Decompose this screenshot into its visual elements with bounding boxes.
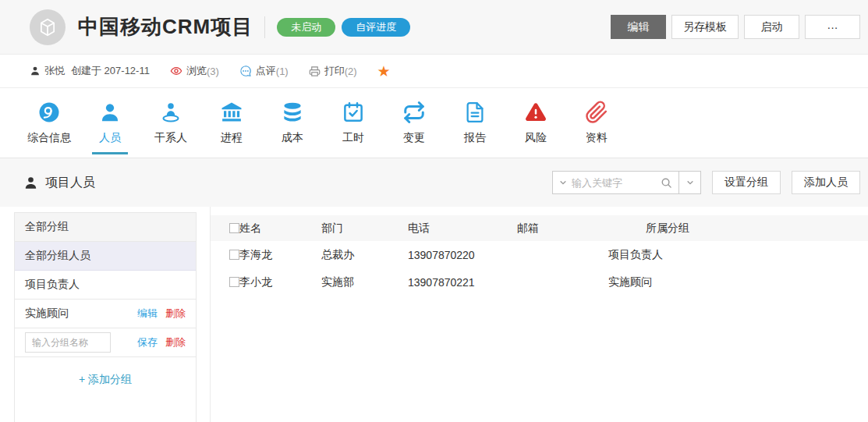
tab-timesheet[interactable]: 工时 (323, 88, 384, 158)
sidebar-item-consultant[interactable]: 实施顾问 编辑 删除 (15, 300, 196, 328)
edit-group-link[interactable]: 编辑 (137, 307, 158, 321)
printer-icon (309, 66, 321, 77)
cell-phone: 13907870221 (408, 276, 517, 289)
main-content: 全部分组 全部分组人员 项目负责人 实施顾问 编辑 删除 保存 删除 + 添加分… (0, 207, 868, 422)
cell-name: 李小龙 (239, 275, 321, 289)
search-dropdown-button[interactable] (679, 171, 701, 194)
cost-icon (281, 101, 304, 124)
tab-overview[interactable]: 综合信息 (19, 88, 80, 158)
search-box[interactable] (552, 171, 679, 194)
process-icon (220, 101, 243, 124)
edit-button[interactable]: 编辑 (611, 15, 666, 39)
print-label: 打印 (324, 64, 345, 78)
section-toolbar: 项目人员 设置分组 添加人员 (0, 158, 868, 207)
toolbar-actions: 设置分组 添加人员 (552, 171, 860, 194)
search-icon[interactable] (661, 177, 672, 189)
section-title: 项目人员 (23, 175, 95, 191)
table-header-row: 姓名 部门 电话 邮箱 所属分组 (211, 215, 868, 241)
tab-label: 干系人 (154, 131, 187, 145)
save-as-template-button[interactable]: 另存模板 (671, 15, 739, 39)
cube-icon (37, 16, 58, 38)
sidebar-item-label: 全部分组人员 (25, 249, 90, 263)
search-input[interactable] (572, 177, 661, 189)
group-header-label: 全部分组 (25, 220, 69, 234)
tab-label: 成本 (282, 131, 303, 145)
views-count: (3) (207, 66, 219, 77)
members-icon (98, 101, 122, 124)
overview-icon (37, 101, 61, 124)
save-group-link[interactable]: 保存 (137, 335, 158, 349)
add-group-link[interactable]: + 添加分组 (15, 357, 196, 402)
section-title-text: 项目人员 (45, 175, 95, 191)
tab-process[interactable]: 进程 (201, 88, 262, 158)
user-icon (30, 66, 41, 76)
sidebar-item-project-leader[interactable]: 项目负责人 (15, 271, 196, 300)
cell-group: 项目负责人 (608, 248, 868, 262)
tab-stakeholders[interactable]: 干系人 (140, 88, 201, 158)
creator-info: 张悦 创建于 207-12-11 (30, 64, 150, 78)
chevron-down-icon[interactable] (559, 179, 567, 186)
comments-label: 点评 (256, 64, 276, 78)
sidebar-new-group-row: 保存 删除 (15, 328, 196, 357)
print-count: (2) (345, 66, 357, 77)
tab-label: 工时 (342, 131, 364, 145)
tab-changes[interactable]: 变更 (384, 88, 445, 158)
row-checkbox[interactable] (229, 250, 239, 260)
cell-dept: 总裁办 (321, 248, 408, 262)
timesheet-icon (342, 101, 365, 124)
divider (264, 16, 265, 38)
tab-label: 进程 (221, 131, 243, 145)
sidebar-group-header: 全部分组 (15, 213, 196, 242)
group-name-input[interactable] (25, 332, 111, 353)
tab-risks[interactable]: 风险 (505, 88, 566, 158)
material-icon (585, 101, 608, 124)
cell-dept: 实施部 (321, 275, 408, 289)
delete-group-link[interactable]: 删除 (165, 307, 186, 321)
sidebar-item-all-members[interactable]: 全部分组人员 (15, 242, 196, 271)
change-icon (402, 101, 426, 124)
row-checkbox[interactable] (229, 277, 239, 287)
favorite-star-icon[interactable]: ★ (377, 64, 391, 79)
eye-icon (170, 65, 182, 77)
tab-label: 人员 (99, 131, 121, 145)
column-header-phone: 电话 (408, 222, 517, 236)
member-icon (23, 176, 38, 190)
report-icon (463, 101, 487, 124)
tab-reports[interactable]: 报告 (445, 88, 505, 158)
created-date: 创建于 207-12-11 (71, 64, 150, 78)
page-title: 中国移动CRM项目 (78, 13, 253, 41)
cell-group: 实施顾问 (608, 275, 868, 289)
meta-bar: 张悦 创建于 207-12-11 浏览(3) 点评(1) 打印(2) ★ (0, 55, 868, 88)
delete-new-group-link[interactable]: 删除 (165, 335, 186, 349)
owner-name: 张悦 (44, 64, 65, 78)
set-group-button[interactable]: 设置分组 (712, 171, 781, 194)
table-row[interactable]: 李小龙 实施部 13907870221 实施顾问 (211, 268, 868, 296)
status-badge: 未启动 (277, 18, 335, 37)
tab-label: 报告 (464, 131, 486, 145)
column-header-name: 姓名 (239, 222, 321, 236)
select-all-checkbox[interactable] (229, 223, 239, 233)
table-row[interactable]: 李海龙 总裁办 13907870220 项目负责人 (211, 241, 868, 268)
tab-label: 资料 (586, 131, 608, 145)
tab-cost[interactable]: 成本 (262, 88, 323, 158)
comments-count: (1) (276, 66, 289, 77)
column-header-group: 所属分组 (646, 222, 868, 236)
print-stat[interactable]: 打印(2) (309, 64, 357, 78)
group-sidebar: 全部分组 全部分组人员 项目负责人 实施顾问 编辑 删除 保存 删除 + 添加分… (14, 212, 197, 422)
risk-icon (524, 101, 547, 124)
more-button[interactable]: ··· (805, 15, 860, 39)
tab-members[interactable]: 人员 (80, 88, 140, 158)
views-stat[interactable]: 浏览(3) (170, 64, 219, 78)
start-button[interactable]: 启动 (744, 15, 799, 39)
add-member-button[interactable]: 添加人员 (792, 171, 860, 194)
tab-label: 变更 (403, 131, 425, 145)
progress-badge[interactable]: 自评进度 (342, 18, 410, 37)
sidebar-item-label: 项目负责人 (25, 278, 80, 292)
search-group (552, 171, 701, 194)
tab-materials[interactable]: 资料 (566, 88, 627, 158)
comments-stat[interactable]: 点评(1) (239, 64, 289, 78)
header-actions: 编辑 另存模板 启动 ··· (611, 15, 860, 39)
members-table: 姓名 部门 电话 邮箱 所属分组 李海龙 总裁办 13907870220 项目负… (210, 207, 868, 422)
cell-name: 李海龙 (239, 248, 321, 262)
project-header: 中国移动CRM项目 未启动 自评进度 编辑 另存模板 启动 ··· (0, 0, 868, 55)
